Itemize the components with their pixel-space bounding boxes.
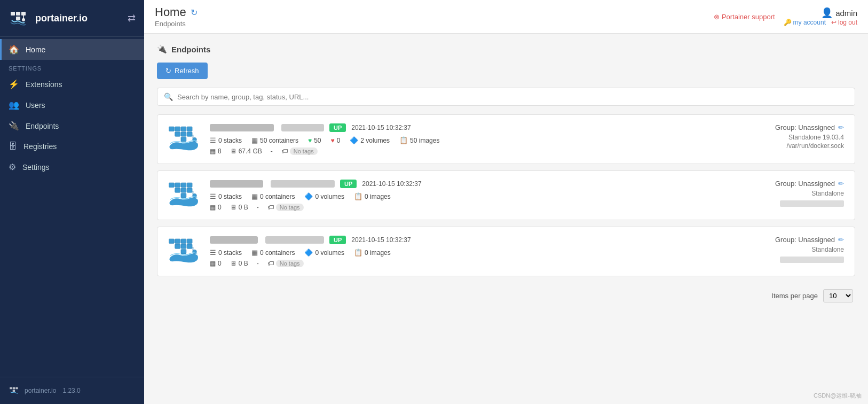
edit-icon-3[interactable]: ✏: [838, 236, 844, 244]
memory-icon-3: 🖥: [230, 260, 236, 267]
endpoint-1-info: up 2021-10-15 10:32:37 ☰ 0 stacks ▦ 50 c…: [210, 123, 728, 155]
svg-rect-12: [181, 127, 186, 131]
search-icon: 🔍: [164, 92, 173, 101]
tag-icon-1: 🏷: [281, 147, 288, 155]
endpoint-2-standalone: Standalone: [737, 190, 844, 197]
cpu-meta-1: ▦ 8: [210, 147, 222, 155]
header-refresh-icon[interactable]: ↻: [191, 7, 198, 18]
svg-rect-10: [169, 127, 175, 131]
refresh-btn-label: Refresh: [175, 67, 199, 75]
edit-icon-1[interactable]: ✏: [838, 123, 844, 131]
sidebar-item-settings[interactable]: ⚙ Settings: [0, 157, 144, 177]
images-stat-1: 📋 50 images: [399, 136, 439, 144]
unhealthy-stat-1: ♥ 0: [331, 137, 341, 144]
endpoint-1-title-row: up 2021-10-15 10:32:37: [210, 123, 728, 132]
sidebar: portainer.io ⇄ 🏠 Home SETTINGS ⚡ Extensi…: [0, 0, 144, 404]
containers-stat-3: ▦ 0 containers: [251, 248, 295, 257]
endpoint-2-title-row: up 2021-10-15 10:32:37: [210, 180, 728, 188]
search-bar: 🔍: [157, 88, 855, 106]
key-icon: 🔑: [784, 19, 792, 26]
endpoint-1-right: Group: Unassigned ✏ Standalone 19.03.4 /…: [737, 123, 844, 150]
pagination-bar: Items per page 10 25 50 100: [157, 283, 855, 305]
endpoint-2-time: 2021-10-15 10:32:37: [362, 180, 421, 188]
transfer-icon: ⇄: [128, 12, 136, 24]
items-per-page-label: Items per page: [771, 292, 818, 300]
svg-rect-26: [187, 188, 192, 192]
svg-rect-14: [175, 132, 180, 136]
images-icon-1: 📋: [399, 136, 408, 144]
tags-meta-2: 🏷 No tags: [267, 204, 304, 211]
admin-avatar-icon: 👤: [821, 7, 833, 19]
sidebar-item-extensions-label: Extensions: [26, 80, 62, 89]
search-input[interactable]: [177, 93, 848, 101]
sidebar-item-registries[interactable]: 🗄 Registries: [0, 136, 144, 157]
svg-rect-1: [16, 12, 20, 15]
footer-watermark: CSDN@运维-晓袖: [814, 392, 862, 400]
endpoint-1-stats: ☰ 0 stacks ▦ 50 containers ♥ 50 ♥ 0: [210, 136, 728, 144]
page-title: Home: [155, 5, 186, 19]
refresh-btn-icon: ↻: [165, 67, 171, 75]
sidebar-item-home[interactable]: 🏠 Home: [0, 39, 144, 60]
portainer-support-link[interactable]: ⊗ Portainer support: [714, 13, 775, 21]
svg-rect-31: [175, 239, 180, 243]
endpoint-2-meta: ▦ 0 🖥 0 B - 🏷 No tags: [210, 204, 728, 211]
cpu-meta-3: ▦ 0: [210, 260, 222, 267]
content-area: 🔌 Endpoints ↻ Refresh 🔍: [144, 34, 868, 404]
sidebar-item-endpoints[interactable]: 🔌 Endpoints: [0, 115, 144, 136]
my-account-link[interactable]: 🔑 my account: [784, 19, 826, 26]
extensions-icon: ⚡: [9, 79, 19, 89]
endpoint-1-time: 2021-10-15 10:32:37: [351, 124, 411, 131]
header-title-row: Home ↻: [155, 5, 198, 19]
images-icon-2: 📋: [354, 192, 362, 200]
sidebar-item-users[interactable]: 👥 Users: [0, 95, 144, 115]
portainer-logo-icon: [9, 7, 30, 29]
header-subtitle: Endpoints: [155, 20, 198, 28]
sidebar-footer-logo-text: portainer.io: [25, 387, 56, 394]
edit-icon-2[interactable]: ✏: [838, 180, 844, 188]
volumes-icon-1: 🔷: [350, 136, 358, 144]
section-title: Endpoints: [171, 45, 210, 54]
svg-rect-3: [21, 12, 26, 15]
memory-meta-1: 🖥 67.4 GB: [230, 147, 262, 155]
endpoint-card-3[interactable]: up 2021-10-15 10:32:37 ☰ 0 stacks ▦ 0 co…: [157, 227, 855, 276]
sidebar-item-endpoints-label: Endpoints: [26, 122, 59, 130]
volumes-icon-3: 🔷: [304, 248, 313, 257]
svg-rect-8: [13, 390, 15, 392]
healthy-stat-1: ♥ 50: [308, 137, 321, 144]
endpoint-3-standalone: Standalone: [737, 246, 844, 253]
volumes-stat-2: 🔷 0 volumes: [304, 192, 344, 200]
endpoints-section-icon: 🔌: [157, 44, 167, 54]
docker-logo-2: [168, 182, 200, 208]
items-per-page-select[interactable]: 10 25 50 100: [823, 289, 853, 302]
sidebar-item-settings-label: Settings: [22, 163, 50, 172]
endpoint-card-1[interactable]: up 2021-10-15 10:32:37 ☰ 0 stacks ▦ 50 c…: [157, 114, 855, 164]
refresh-button[interactable]: ↻ Refresh: [157, 63, 208, 79]
heart-red-icon-1: ♥: [331, 137, 335, 144]
endpoint-2-stats: ☰ 0 stacks ▦ 0 containers 🔷 0 volumes 📋 …: [210, 192, 728, 200]
stacks-icon-1: ☰: [210, 136, 216, 144]
svg-rect-13: [187, 127, 192, 131]
memory-meta-2: 🖥 0 B: [230, 204, 248, 211]
docker-logo-1: [168, 126, 200, 152]
sidebar-version: 1.23.0: [62, 387, 80, 394]
header-right: ⊗ Portainer support 👤 admin 🔑 my account…: [714, 7, 857, 26]
endpoint-card-2[interactable]: up 2021-10-15 10:32:37 ☰ 0 stacks ▦ 0 co…: [157, 170, 855, 220]
support-icon: ⊗: [714, 13, 720, 21]
log-out-link[interactable]: ↩ log out: [831, 19, 857, 26]
sidebar-item-extensions[interactable]: ⚡ Extensions: [0, 74, 144, 95]
memory-icon-2: 🖥: [230, 204, 236, 211]
stacks-stat-3: ☰ 0 stacks: [210, 248, 242, 257]
containers-icon-2: ▦: [251, 192, 258, 200]
endpoint-3-url-blurred: [780, 257, 844, 263]
svg-rect-7: [13, 387, 15, 389]
svg-rect-34: [175, 244, 180, 248]
svg-rect-35: [181, 244, 186, 248]
endpoint-1-name-blurred: [210, 124, 274, 131]
main-content: Home ↻ Endpoints ⊗ Portainer support 👤 a…: [144, 0, 868, 404]
endpoint-2-group: Group: Unassigned ✏: [737, 180, 844, 188]
sidebar-logo: portainer.io ⇄: [0, 0, 144, 37]
containers-stat-1: ▦ 50 containers: [251, 136, 298, 144]
endpoints-icon: 🔌: [9, 121, 19, 131]
containers-stat-2: ▦ 0 containers: [251, 192, 295, 200]
svg-rect-21: [175, 183, 180, 187]
